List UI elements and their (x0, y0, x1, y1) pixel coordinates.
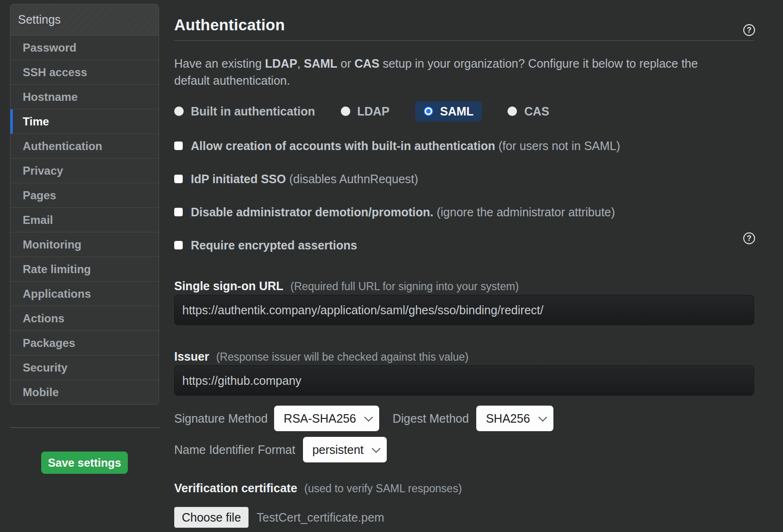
checkbox-row-require-encrypted-assertions[interactable]: Require encrypted assertions (174, 236, 754, 255)
radio-built-in-authentication[interactable]: Built in authentication (174, 105, 315, 118)
radio-unselected-icon (507, 106, 517, 116)
chosen-file-name: TestCert_certificate.pem (257, 511, 384, 524)
intro-text: Have an existing LDAP, SAML or CAS setup… (174, 55, 707, 89)
issuer-label: Issuer (Response issuer will be checked … (174, 348, 754, 365)
name-identifier-format-value: persistent (312, 443, 364, 457)
auth-method-radio-group: Built in authenticationLDAPSAMLCAS (174, 101, 754, 122)
checkbox-label-bold: IdP initiated SSO (191, 172, 286, 186)
authentication-panel: Authentication Have an existing LDAP, SA… (174, 0, 754, 528)
checkbox-row-allow-creation-of-accounts-with-built-in-authentication[interactable]: Allow creation of accounts with built-in… (174, 136, 754, 155)
chevron-down-icon (538, 413, 547, 421)
digest-method-value: SHA256 (486, 412, 530, 426)
signature-method-value: RSA-SHA256 (284, 412, 356, 426)
checkbox-label-note: (disables AuthnRequest) (286, 172, 418, 186)
intro-bold-text: SAML (304, 57, 338, 70)
checkbox-label: Disable administrator demotion/promotion… (191, 205, 615, 219)
sidebar-item-authentication[interactable]: Authentication (10, 134, 159, 159)
sidebar-item-security[interactable]: Security (10, 355, 159, 380)
signature-method-label: Signature Method (174, 412, 267, 426)
verification-certificate-file-row: Choose file TestCert_certificate.pem (174, 507, 754, 528)
sidebar-item-monitoring[interactable]: Monitoring (10, 232, 159, 257)
radio-ldap[interactable]: LDAP (341, 105, 390, 118)
checkbox-label-note: (for users not in SAML) (495, 139, 620, 152)
checkbox-unchecked-icon (174, 142, 183, 150)
name-identifier-format-select[interactable]: persistent (303, 437, 387, 462)
intro-plain-text: or (338, 57, 355, 70)
chevron-down-icon (365, 413, 373, 421)
intro-plain-text: , (297, 57, 304, 70)
radio-label: Built in authentication (191, 105, 315, 118)
save-settings-button[interactable]: Save settings (41, 452, 128, 474)
chevron-down-icon (372, 444, 380, 452)
checkbox-label-note: (ignore the administrator attribute) (434, 205, 615, 219)
checkbox-unchecked-icon (174, 241, 183, 249)
signature-method-select[interactable]: RSA-SHA256 (274, 406, 379, 431)
sso-url-label-text: Single sign-on URL (174, 279, 284, 293)
sidebar-header: Settings (10, 4, 159, 35)
issuer-input[interactable] (174, 365, 754, 396)
page-title: Authentication (174, 16, 754, 34)
sso-url-label: Single sign-on URL (Required full URL fo… (174, 277, 754, 294)
checkbox-label: IdP initiated SSO (disables AuthnRequest… (191, 172, 418, 186)
radio-selected-icon (425, 107, 432, 115)
verification-certificate-label-text: Verification certificate (174, 481, 297, 495)
title-divider (174, 40, 754, 41)
help-icon[interactable]: ? (743, 232, 755, 244)
sidebar-item-ssh-access[interactable]: SSH access (10, 60, 159, 85)
name-identifier-row: Name Identifier Format persistent (174, 436, 754, 463)
settings-sidebar: Settings PasswordSSH accessHostnameTimeA… (10, 4, 159, 405)
intro-bold-text: LDAP (265, 57, 297, 70)
radio-cas[interactable]: CAS (507, 105, 549, 118)
name-identifier-format-label: Name Identifier Format (174, 443, 295, 457)
sidebar-item-mobile[interactable]: Mobile (10, 380, 159, 404)
radio-unselected-icon (341, 106, 350, 116)
sidebar-item-email[interactable]: Email (10, 208, 159, 232)
sidebar-item-password[interactable]: Password (10, 35, 159, 60)
checkbox-label: Allow creation of accounts with built-in… (191, 139, 620, 153)
checkbox-row-disable-administrator-demotion-promotion[interactable]: Disable administrator demotion/promotion… (174, 203, 754, 222)
checkbox-label-bold: Disable administrator demotion/promotion… (191, 205, 434, 219)
checkbox-row-idp-initiated-sso[interactable]: IdP initiated SSO (disables AuthnRequest… (174, 169, 754, 188)
sidebar-save-divider (10, 427, 160, 428)
checkbox-label: Require encrypted assertions (191, 239, 357, 252)
signature-digest-row: Signature Method RSA-SHA256 Digest Metho… (174, 405, 754, 432)
intro-bold-text: CAS (355, 57, 380, 70)
checkbox-unchecked-icon (174, 175, 183, 183)
verification-certificate-note: (used to verify SAML responses) (304, 482, 462, 495)
checkbox-label-bold: Allow creation of accounts with built-in… (191, 139, 495, 152)
digest-method-select[interactable]: SHA256 (476, 406, 553, 431)
sidebar-item-rate-limiting[interactable]: Rate limiting (10, 257, 159, 282)
sidebar-item-pages[interactable]: Pages (10, 183, 159, 208)
choose-file-button[interactable]: Choose file (174, 507, 249, 528)
sidebar-item-privacy[interactable]: Privacy (10, 159, 159, 183)
help-icon[interactable]: ? (743, 24, 755, 36)
auth-options-checkbox-group: Allow creation of accounts with built-in… (174, 136, 754, 255)
digest-method-label: Digest Method (392, 412, 469, 426)
radio-unselected-icon (174, 106, 184, 116)
sidebar-item-packages[interactable]: Packages (10, 331, 159, 355)
verification-certificate-label: Verification certificate (used to verify… (174, 479, 754, 497)
sso-url-note: (Required full URL for signing into your… (291, 280, 519, 293)
checkbox-label-bold: Require encrypted assertions (191, 239, 357, 252)
radio-label: SAML (440, 105, 474, 118)
sso-url-input[interactable] (174, 295, 754, 325)
sidebar-item-time[interactable]: Time (10, 109, 159, 134)
sidebar-item-hostname[interactable]: Hostname (10, 85, 159, 109)
intro-plain-text: Have an existing (174, 57, 265, 70)
sidebar-item-applications[interactable]: Applications (10, 282, 159, 306)
issuer-label-text: Issuer (174, 350, 209, 363)
issuer-note: (Response issuer will be checked against… (216, 351, 469, 363)
checkbox-unchecked-icon (174, 208, 183, 216)
radio-label: LDAP (357, 105, 390, 118)
sidebar-item-actions[interactable]: Actions (10, 306, 159, 331)
radio-saml[interactable]: SAML (415, 101, 482, 122)
sidebar-item-list: PasswordSSH accessHostnameTimeAuthentica… (10, 35, 159, 404)
radio-label: CAS (524, 105, 549, 118)
